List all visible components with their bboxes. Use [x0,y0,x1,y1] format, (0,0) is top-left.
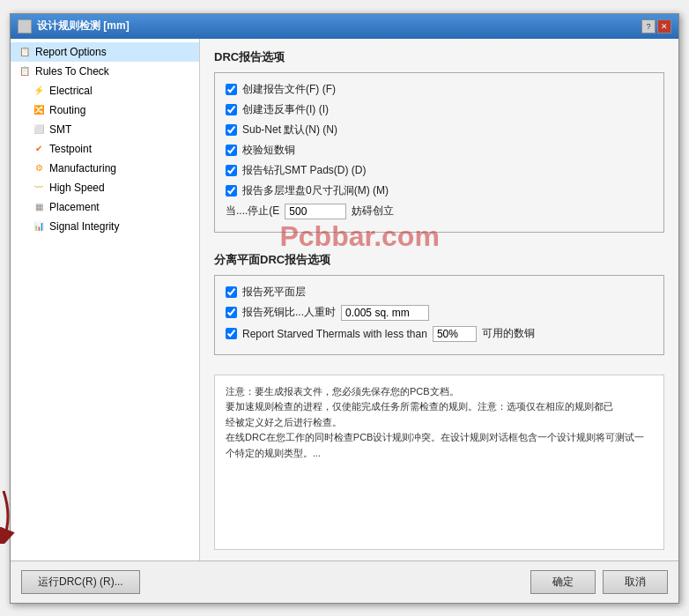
sidebar-item-label: Placement [49,201,100,213]
checkbox-create-violations: 创建违反事件(I) (I) [226,102,653,117]
note-line5: 个特定的规则类型。... [226,446,653,462]
sidebar-item-label: SMT [49,123,71,136]
smt-icon: ⬜ [32,122,46,137]
sidebar-item-label: Rules To Check [35,65,109,78]
subnet-default-checkbox[interactable] [226,124,237,136]
note-box: 注意：要生成报表文件，您必须先保存您的PCB文档。 要加速规则检查的进程，仅使能… [214,375,664,550]
high-speed-icon: 〰 [32,181,46,195]
run-btn-container: 运行DRC(R) (R)... [21,570,140,594]
note-line4: 在线DRC在您工作的同时检查PCB设计规则冲突。在设计规则对话框包含一个设计规则… [226,430,653,446]
testpoint-icon: ✔ [32,142,46,156]
starved-thermals-suffix: 可用的数铜 [482,326,535,341]
drc-section: DRC报告选项 创建报告文件(F) (F) 创建违反事件(I) (I) Sub-… [214,49,664,241]
starved-thermals-value[interactable] [433,326,477,342]
routing-icon: 🔀 [32,103,46,117]
report-multilayer-checkbox[interactable] [226,185,237,197]
stop-label-before: 当....停止(E [226,204,279,219]
sidebar-item-label: High Speed [49,182,105,194]
signal-integrity-icon: 📊 [32,219,46,234]
drc-section-title: DRC报告选项 [214,49,664,65]
cancel-button[interactable]: 取消 [603,570,668,594]
report-options-icon: 📋 [18,45,32,59]
note-line2: 要加速规则检查的进程，仅使能完成任务所需检查的规则。注意：选项仅在相应的规则都已 [226,399,653,415]
sidebar-item-label: Routing [49,104,85,116]
sidebar: 📋 Report Options 📋 Rules To Check ⚡ Elec… [11,39,200,560]
stop-label-after: 妨碍创立 [352,204,394,219]
split-plane-title: 分离平面DRC报告选项 [214,252,664,268]
close-button[interactable]: ✕ [657,19,671,33]
sidebar-item-smt[interactable]: ⬜ SMT [11,120,199,139]
starved-thermals-checkbox[interactable] [226,328,237,339]
window-icon [18,19,32,33]
create-report-checkbox[interactable] [226,84,237,95]
sidebar-item-routing[interactable]: 🔀 Routing [11,100,199,120]
stop-row: 当....停止(E 妨碍创立 [226,204,653,219]
bottom-left: 运行DRC(R) (R)... [21,570,140,594]
dead-copper-value-input[interactable] [341,305,429,321]
content-area: Pcbbar.com DRC报告选项 创建报告文件(F) (F) 创建违反事件(… [200,39,678,560]
sidebar-item-label: Signal Integrity [49,220,119,233]
report-multilayer-label: 报告多层埋盘0尺寸孔洞(M) (M) [242,183,389,198]
report-smt-label: 报告钻孔SMT Pads(D) (D) [242,163,366,178]
starved-thermals-row: Report Starved Thermals with less than 可… [226,326,653,342]
manufacturing-icon: ⚙ [32,161,46,175]
checkbox-report-smt: 报告钻孔SMT Pads(D) (D) [226,163,653,178]
title-bar-left: 设计规则检测 [mm] [18,19,130,33]
note-line3: 经被定义好之后进行检查。 [226,415,653,431]
sidebar-item-label: Testpoint [49,143,92,155]
checkbox-check-shorts: 校验短数铜 [226,143,653,158]
starved-thermals-label: Report Starved Thermals with less than [242,328,427,340]
ok-button[interactable]: 确定 [530,570,596,594]
sidebar-item-report-options[interactable]: 📋 Report Options [11,42,199,62]
placement-icon: ▦ [32,200,46,214]
sidebar-item-placement[interactable]: ▦ Placement [11,197,199,217]
rules-to-check-icon: 📋 [18,64,32,78]
create-report-label: 创建报告文件(F) (F) [242,82,336,97]
bottom-right: 确定 取消 [530,570,668,594]
sidebar-item-signal-integrity[interactable]: 📊 Signal Integrity [11,217,199,236]
report-dead-copper-less-checkbox[interactable] [226,307,237,318]
sidebar-item-electrical[interactable]: ⚡ Electrical [11,81,199,100]
report-dead-copper-less-label: 报告死铜比...人重时 [242,305,336,320]
checkbox-create-report: 创建报告文件(F) (F) [226,82,653,97]
create-violations-checkbox[interactable] [226,104,237,115]
sidebar-item-testpoint[interactable]: ✔ Testpoint [11,139,199,159]
main-content: 📋 Report Options 📋 Rules To Check ⚡ Elec… [11,39,678,560]
sidebar-item-label: Report Options [35,46,107,58]
title-bar-buttons: ? ✕ [641,19,671,33]
check-shorts-label: 校验短数铜 [242,143,295,158]
sidebar-item-label: Electrical [49,85,93,97]
split-plane-group: 报告死平面层 报告死铜比...人重时 Report Starved Therma… [214,275,664,355]
checkbox-report-dead-copper: 报告死平面层 [226,285,653,300]
drc-options-group: 创建报告文件(F) (F) 创建违反事件(I) (I) Sub-Net 默认(N… [214,72,664,233]
report-dead-copper-checkbox[interactable] [226,286,237,298]
report-dead-copper-label: 报告死平面层 [242,285,306,300]
dead-copper-less-row: 报告死铜比...人重时 [226,305,653,321]
bottom-bar: 运行DRC(R) (R)... 确定 取消 [11,560,678,603]
run-drc-button[interactable]: 运行DRC(R) (R)... [21,570,140,594]
main-window: 设计规则检测 [mm] ? ✕ 📋 Report Options 📋 Rules… [10,13,679,604]
report-smt-checkbox[interactable] [226,165,237,176]
help-button[interactable]: ? [641,19,656,33]
sidebar-item-rules-to-check[interactable]: 📋 Rules To Check [11,62,199,81]
sidebar-item-label: Manufacturing [49,162,116,174]
checkbox-report-multilayer: 报告多层埋盘0尺寸孔洞(M) (M) [226,183,653,198]
checkbox-subnet-default: Sub-Net 默认(N) (N) [226,122,653,137]
stop-value-input[interactable] [285,204,346,219]
sidebar-item-manufacturing[interactable]: ⚙ Manufacturing [11,159,199,178]
split-plane-section: 分离平面DRC报告选项 报告死平面层 报告死铜比...人重时 Report St… [214,252,664,364]
electrical-icon: ⚡ [32,84,46,98]
note-line1: 注意：要生成报表文件，您必须先保存您的PCB文档。 [226,384,653,400]
create-violations-label: 创建违反事件(I) (I) [242,102,329,117]
subnet-default-label: Sub-Net 默认(N) (N) [242,122,337,137]
title-bar: 设计规则检测 [mm] ? ✕ [11,14,678,39]
window-title: 设计规则检测 [mm] [37,19,130,33]
check-shorts-checkbox[interactable] [226,145,237,156]
sidebar-item-high-speed[interactable]: 〰 High Speed [11,178,199,197]
